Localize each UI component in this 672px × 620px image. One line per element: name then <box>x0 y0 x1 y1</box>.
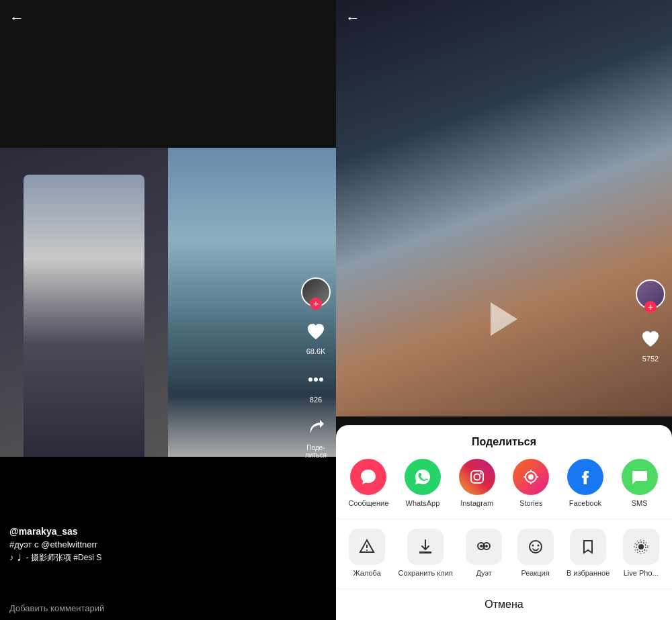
left-videos-row <box>0 148 336 457</box>
stories-icon <box>513 459 549 495</box>
report-icon <box>349 529 385 565</box>
like-count: 68.6K <box>306 347 326 355</box>
svg-point-17 <box>485 545 488 547</box>
livephoto-icon <box>623 529 659 565</box>
share-item-facebook[interactable]: Facebook <box>565 459 605 508</box>
left-action-icons: + 68.6K 826 <box>301 277 331 459</box>
share-actions-row: Жалоба Сохранить клип <box>336 519 672 588</box>
share-item-sms[interactable]: SMS <box>620 459 660 508</box>
left-back-button[interactable]: ← <box>9 9 24 27</box>
follow-plus[interactable]: + <box>310 298 322 310</box>
hashtag-text[interactable]: #дуэт с @ethelwittnerr <box>9 539 327 549</box>
add-comment[interactable]: Добавить комментарий <box>9 603 104 613</box>
facebook-label: Facebook <box>569 499 601 508</box>
share-item-instagram[interactable]: Instagram <box>457 459 497 508</box>
share-item-stories[interactable]: Stories <box>511 459 551 508</box>
message-label: Сообщение <box>348 499 388 508</box>
right-like-group: 5752 <box>636 324 665 363</box>
svg-point-16 <box>480 545 482 547</box>
instagram-label: Instagram <box>460 499 493 508</box>
right-like-count: 5752 <box>642 355 659 363</box>
play-triangle-icon <box>491 302 517 336</box>
svg-point-4 <box>474 474 480 480</box>
share-sheet: Поделиться Сообщение WhatsApp <box>336 425 672 620</box>
share-sheet-title: Поделиться <box>336 436 672 448</box>
share-item-whatsapp[interactable]: WhatsApp <box>403 459 443 508</box>
action-livephoto[interactable]: Live Pho... <box>621 529 661 578</box>
save-icon <box>407 529 444 565</box>
svg-point-21 <box>638 544 644 549</box>
duet-label: Дуэт <box>476 569 491 578</box>
action-favorite[interactable]: В избранное <box>566 529 610 578</box>
svg-point-20 <box>537 544 539 546</box>
svg-point-1 <box>314 378 318 382</box>
right-panel: ← + 5752 Поделиться <box>336 0 672 620</box>
like-group: 68.6K <box>301 316 331 355</box>
comment-count: 826 <box>310 396 322 404</box>
instagram-icon <box>459 459 495 495</box>
svg-point-7 <box>528 474 534 480</box>
report-label: Жалоба <box>353 569 381 578</box>
right-video[interactable]: ← + 5752 <box>336 0 672 416</box>
svg-point-13 <box>366 549 368 551</box>
share-apps-row: Сообщение WhatsApp <box>336 459 672 519</box>
action-duet[interactable]: Дуэт <box>464 529 504 578</box>
right-action-icons: + 5752 <box>636 279 665 363</box>
svg-point-0 <box>308 378 312 382</box>
favorite-icon <box>570 529 606 565</box>
duet-icon <box>466 529 502 565</box>
left-panel: ← + 68.6K <box>0 0 336 620</box>
comment-group: 826 <box>301 365 331 404</box>
facebook-icon <box>567 459 603 495</box>
comment-button[interactable] <box>301 365 331 394</box>
message-icon <box>350 459 386 495</box>
share-group: Поде-литься <box>301 413 331 459</box>
music-text: ♪ ♩ - 摄影师张项 #Desi S <box>9 552 327 564</box>
svg-point-2 <box>319 378 323 382</box>
whatsapp-icon <box>405 459 441 495</box>
save-label: Сохранить клип <box>398 569 453 578</box>
person-silhouette <box>24 175 144 457</box>
right-follow-plus[interactable]: + <box>644 301 657 313</box>
share-button[interactable] <box>301 413 331 443</box>
action-save[interactable]: Сохранить клип <box>398 529 453 578</box>
svg-point-5 <box>480 472 482 474</box>
share-item-message[interactable]: Сообщение <box>348 459 388 508</box>
reaction-icon <box>517 529 554 565</box>
sms-icon <box>622 459 658 495</box>
reaction-label: Реакция <box>521 569 549 578</box>
sms-label: SMS <box>632 499 648 508</box>
share-label: Поде-литься <box>305 444 327 459</box>
svg-point-19 <box>532 544 534 546</box>
right-back-button[interactable]: ← <box>345 9 360 27</box>
livephoto-label: Live Pho... <box>624 569 659 578</box>
action-report[interactable]: Жалоба <box>347 529 387 578</box>
like-button[interactable] <box>301 316 331 346</box>
stories-label: Stories <box>519 499 542 508</box>
left-video-user[interactable] <box>0 148 168 457</box>
cancel-button[interactable]: Отмена <box>336 588 672 620</box>
creator-avatar[interactable]: + <box>301 277 331 307</box>
action-reaction[interactable]: Реакция <box>515 529 556 578</box>
right-like-button[interactable] <box>636 324 665 353</box>
username[interactable]: @marakya_sas <box>9 526 327 537</box>
whatsapp-label: WhatsApp <box>406 499 440 508</box>
svg-point-18 <box>530 541 542 553</box>
play-button[interactable] <box>491 302 517 336</box>
left-top-video <box>0 0 336 148</box>
favorite-label: В избранное <box>566 569 610 578</box>
